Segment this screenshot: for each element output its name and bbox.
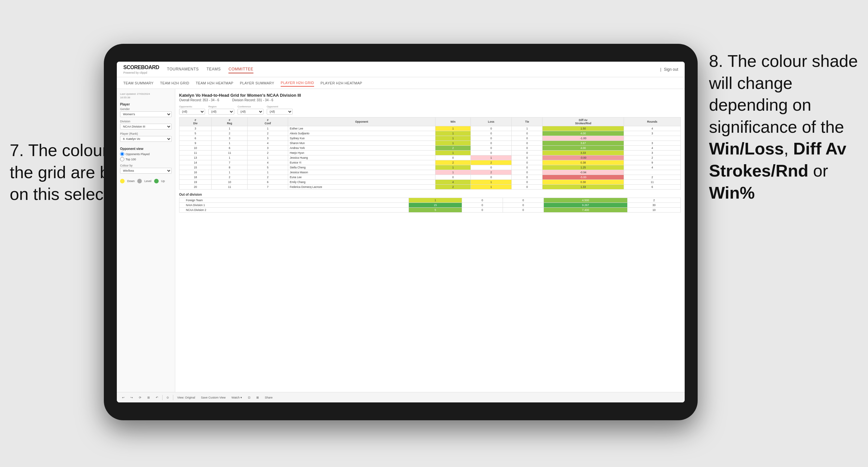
legend-level-dot [137, 179, 142, 183]
division-select[interactable]: NCAA Division III [120, 124, 172, 129]
cell-div: 6 [180, 136, 212, 141]
ood-cell-diff: 4.500 [544, 198, 627, 203]
col-tie: Tie [512, 118, 542, 126]
toolbar-circle[interactable]: ⊙ [164, 395, 171, 400]
cell-tie: 0 [512, 131, 542, 136]
ood-cell-tie: 0 [503, 208, 544, 213]
ood-table-row: Foreign Team 1 0 0 4.500 2 [180, 198, 681, 203]
col-reg: #Reg [212, 118, 248, 126]
ood-cell-loss: 0 [462, 208, 503, 213]
toolbar-view-original[interactable]: View: Original [175, 395, 197, 400]
annotation-right: 8. The colour shade will change dependin… [709, 50, 858, 204]
secondary-nav: TEAM SUMMARY TEAM H2H GRID TEAM H2H HEAT… [117, 77, 685, 89]
ood-cell-opponent: NAIA Division 1 [180, 203, 409, 208]
cell-loss: 1 [470, 180, 512, 185]
toolbar-watch[interactable]: Watch ▾ [229, 395, 244, 400]
sec-nav-player-summary[interactable]: PLAYER SUMMARY [240, 80, 274, 86]
cell-win: 2 [435, 185, 471, 189]
toolbar-undo[interactable]: ↩ [120, 395, 127, 400]
cell-conf: 2 [248, 151, 288, 155]
cell-opponent: Alexis Sudjianto [288, 131, 435, 136]
ood-cell-loss: 0 [462, 198, 503, 203]
sec-nav-team-summary[interactable]: TEAM SUMMARY [123, 80, 153, 86]
gender-select[interactable]: Women's [120, 111, 172, 117]
cell-diff: 1.33 [542, 185, 624, 189]
cell-win: 2 [435, 146, 471, 151]
logo-subtitle: Powered by clippd [123, 71, 153, 74]
toolbar-share[interactable]: Share [263, 395, 275, 400]
opponent-view-label: Opponent view [120, 147, 172, 151]
main-nav-items: TOURNAMENTS TEAMS COMMITTEE [167, 66, 660, 73]
cell-tie: 1 [512, 126, 542, 131]
toolbar-icon2[interactable]: ⊠ [254, 395, 261, 400]
col-rounds: Rounds [624, 118, 680, 126]
cell-diff: 0.38 [542, 160, 624, 165]
cell-conf: 7 [248, 185, 288, 189]
cell-tie: 0 [512, 136, 542, 141]
nav-committee[interactable]: COMMITTEE [228, 66, 253, 73]
opponents-filter-select[interactable]: (All) [179, 109, 205, 115]
cell-div: 20 [180, 185, 212, 189]
gender-label: Gender [120, 107, 172, 111]
ood-table-row: NAIA Division 1 15 0 0 9.267 30 [180, 203, 681, 208]
overall-record: Overall Record: 353 - 34 - 6 [179, 98, 219, 102]
cell-div: 10 [180, 146, 212, 151]
table-row: 6 3 3 Sydney Kuo 1 0 0 -1.00 [180, 136, 681, 141]
cell-opponent: Jessica Mason [288, 170, 435, 175]
colour-by-select[interactable]: Win/loss [120, 168, 172, 174]
toolbar-refresh[interactable]: ⟳ [137, 395, 144, 400]
col-loss: Loss [470, 118, 512, 126]
sec-nav-team-h2h-grid[interactable]: TEAM H2H GRID [160, 80, 189, 86]
opponent-view-options: Opponents Played Top 100 [120, 152, 172, 161]
cell-rounds: 11 [624, 180, 680, 185]
nav-teams[interactable]: TEAMS [207, 66, 221, 73]
opponents-played-radio[interactable]: Opponents Played [120, 152, 172, 156]
top100-radio[interactable]: Top 100 [120, 157, 172, 161]
cell-loss: 0 [470, 146, 512, 151]
data-table: #Div #Reg #Conf Opponent Win Loss Tie Di… [179, 117, 681, 189]
cell-win: 1 [435, 170, 471, 175]
cell-diff: 4.00 [542, 131, 624, 136]
toolbar-back[interactable]: ↶ [154, 395, 160, 400]
conference-filter-select[interactable]: (All) [238, 109, 264, 115]
sign-out-link[interactable]: Sign out [664, 67, 678, 72]
toolbar-save-custom[interactable]: Save Custom View [199, 395, 227, 400]
nav-tournaments[interactable]: TOURNAMENTS [167, 66, 199, 73]
sec-nav-team-h2h-heatmap[interactable]: TEAM H2H HEATMAP [196, 80, 233, 86]
toolbar-redo-left[interactable]: ↪ [128, 395, 135, 400]
grid-records: Overall Record: 353 - 34 - 6 Division Re… [179, 98, 681, 102]
player-rank-select[interactable]: 8. Katelyn Vo [120, 136, 172, 142]
ood-cell-rounds: 2 [627, 198, 681, 203]
cell-reg: 10 [212, 180, 248, 185]
opponent-filter: Opponent (All) [267, 105, 293, 115]
cell-reg: 8 [212, 165, 248, 170]
legend-down-label: Down [127, 180, 135, 183]
cell-diff: 1.50 [542, 126, 624, 131]
cell-div: 5 [180, 131, 212, 136]
toolbar-grid[interactable]: ⊞ [145, 395, 152, 400]
ood-cell-tie: 0 [503, 203, 544, 208]
sidebar-player-section: Player [120, 102, 172, 106]
cell-conf: 3 [248, 146, 288, 151]
opponents-played-input[interactable] [120, 152, 124, 156]
cell-opponent: Federica Domecq Lacroze [288, 185, 435, 189]
top100-input[interactable] [120, 157, 124, 161]
table-header-row: #Div #Reg #Conf Opponent Win Loss Tie Di… [180, 118, 681, 126]
opponent-filter-select[interactable]: (All) [267, 109, 293, 115]
region-filter-select[interactable]: (All) [208, 109, 234, 115]
cell-rounds: 6 [624, 185, 680, 189]
ood-cell-diff: 9.267 [544, 203, 627, 208]
cell-conf: 5 [248, 165, 288, 170]
player-rank-label: Player (Rank) [120, 132, 172, 135]
cell-div: 11 [180, 151, 212, 155]
opponent-filter-label: Opponent [267, 105, 293, 108]
cell-rounds: 9 [624, 160, 680, 165]
cell-conf: 4 [248, 141, 288, 146]
main-content: Last Updated: 27/03/2024 16:55:38 Player… [117, 89, 685, 392]
cell-tie: 0 [512, 185, 542, 189]
toolbar-icon1[interactable]: ⊡ [246, 395, 252, 400]
cell-diff: 4.00 [542, 146, 624, 151]
sec-nav-player-h2h-grid[interactable]: PLAYER H2H GRID [281, 80, 314, 87]
sec-nav-player-h2h-heatmap[interactable]: PLAYER H2H HEATMAP [320, 80, 362, 86]
cell-win: 1 [435, 151, 471, 155]
